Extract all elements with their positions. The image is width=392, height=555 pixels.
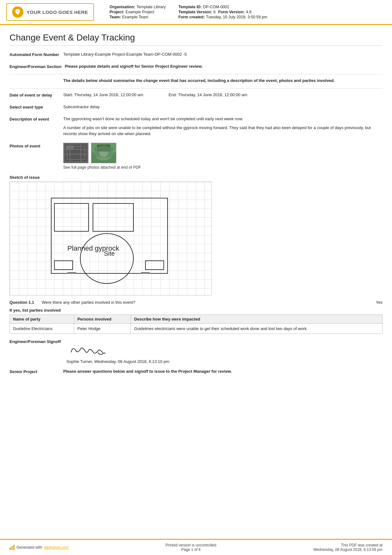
description-label: Description of event [9,116,63,137]
description-1: The gyprocking wasn't done as scheduled … [63,116,383,122]
signoff-label: Engineer/Foreman Signoff [9,339,63,345]
sketch-title: Sketch of issue [9,175,383,180]
sketch-room-left [54,203,89,232]
footer-center: Printed version is uncontrolled Page 1 o… [165,543,216,552]
footer: Generated with dashpivot.com Printed ver… [0,539,392,555]
table-header-name: Name of party [10,315,74,323]
parties-table: Name of party Persons involved Describe … [9,315,383,334]
meta-form-created-row: Form created: Tuesday, 10 July 2018, 3:5… [178,15,267,19]
meta-right: Template ID: DP-COM-0002 Template Versio… [178,5,267,19]
logo-icon [12,6,23,18]
meta-team-row: Team: Example Team [110,15,166,19]
footer-page-num: Page 1 of 4 [165,547,216,552]
signature-image [63,339,114,358]
svg-rect-7 [70,146,74,149]
page-wrapper: YOUR LOGO GOES HERE Organisation: Templa… [0,0,392,555]
date-row: Date of event or delay Start: Thursday, … [9,90,383,99]
question-num: Question 1.1 [9,300,38,305]
auto-form-number-row: Automated Form Number Template Library-E… [9,50,383,59]
party-impact: Guidelines electricians were unable to g… [131,323,383,334]
photos-area-wrapper: See full page photos attached at end of … [63,143,383,171]
senior-label: Senior Project [9,369,63,375]
party-name: Guideline Electricians [10,323,74,334]
parties-section-title: If yes, list parties involved [9,308,383,313]
senior-row: Senior Project Please answer questions b… [9,367,383,375]
description-row: Description of event The gyprocking wasn… [9,115,383,138]
date-start: Start: Thursday, 14 June 2018, 12:00:00 … [63,92,143,98]
signoff-name: Sophie Turner, Wednesday, 08 August 2018… [66,359,383,364]
meta-project-row: Project: Example Project [110,10,166,14]
party-persons: Peter Hodge [74,323,131,334]
question-answer: Yes [376,300,383,305]
svg-rect-6 [66,146,69,149]
project-label: Project: [110,10,125,14]
form-created-value: Tuesday, 10 July 2018, 3:50:59 pm [206,15,267,19]
divider-1 [9,74,383,74]
question-row: Question 1.1 Were there any other partie… [9,300,383,305]
sketch-rect-bottom-left [54,260,73,270]
template-version-label: Template Version: [178,10,212,14]
info-box: The details below should summarise the c… [63,78,383,84]
footer-right: This PDF was created at Wednesday, 08 Au… [313,543,383,552]
template-id-label: Template ID: [178,5,202,9]
sketch-canvas: Planned gyprock Site [9,182,212,296]
photo-thumb-2 [91,143,116,163]
table-row: Guideline Electricians Peter Hodge Guide… [10,323,383,334]
photos-note: See full page photos attached at end of … [63,165,383,171]
meta-version-row: Template Version: 6 Form Version: 4.8 [178,10,267,14]
signoff-row: Engineer/Foreman Signoff Sophie Turner, … [9,339,383,364]
signoff-area: Sophie Turner, Wednesday, 08 August 2018… [63,339,383,364]
sketch-site-label: Site [104,250,115,257]
date-values: Start: Thursday, 14 June 2018, 12:00:00 … [63,92,383,98]
template-id-value: DP-COM-0002 [203,5,229,9]
svg-rect-1 [65,145,87,161]
logo-text: YOUR LOGO GOES HERE [27,9,88,15]
date-label: Date of event or delay [9,92,63,98]
footer-left: Generated with dashpivot.com [9,545,69,550]
sketch-circle [80,233,134,284]
description-values: The gyprocking wasn't done as scheduled … [63,116,383,137]
meta-left: Organisation: Template Library Project: … [110,5,166,19]
date-row-inner: Start: Thursday, 14 June 2018, 12:00:00 … [63,92,383,98]
team-value: Example Team [122,15,148,19]
sketch-building: Planned gyprock Site [51,198,168,274]
footer-page-text: Printed version is uncontrolled [165,543,216,547]
photos-area [63,143,383,163]
photo-thumb-1 [63,143,89,163]
sketch-section: Sketch of issue Planned gyprock Site [9,175,383,296]
logo-area: YOUR LOGO GOES HERE [6,3,94,21]
sketch-inner: Planned gyprock Site [10,182,211,295]
auto-form-number-value: Template Library-Example Project-Example… [63,51,383,58]
header-meta: Organisation: Template Library Project: … [100,3,383,21]
org-label: Organisation: [110,5,135,9]
description-2: A number of jobs on site were unable to … [63,125,383,137]
footer-pdf-created-label: This PDF was created at [313,543,383,547]
team-label: Team: [110,15,121,19]
main-content: Change Event & Delay Tracking Automated … [0,25,392,539]
sketch-rect-bottom-right [145,260,164,270]
form-version-value: 4.8 [246,10,251,14]
footer-generated-text: Generated with [16,545,42,550]
form-title: Change Event & Delay Tracking [9,33,383,46]
project-value: Example Project [126,10,154,14]
dashpivot-icon [9,545,15,550]
form-version-label: Form Version: [218,10,245,14]
svg-rect-9 [91,153,116,163]
meta-org-row: Organisation: Template Library [110,5,166,9]
photos-label: Photos of event [9,143,63,171]
date-end: End: Thursday, 14 June 2018, 12:00:00 am [168,92,247,98]
template-version-value: 6 [213,10,216,14]
signature-svg [65,340,112,357]
senior-value: Please answer questions below and signof… [63,369,383,374]
meta-template-id-row: Template ID: DP-COM-0002 [178,5,267,9]
divider-2 [9,88,383,89]
form-created-label: Form created: [178,15,205,19]
svg-point-11 [99,148,108,157]
engineer-section-value: Please populate details and signoff for … [65,63,383,70]
door-right [141,272,150,273]
footer-pdf-created-value: Wednesday, 08 August 2018, 6:13:59 pm [313,547,383,552]
footer-link[interactable]: dashpivot.com [44,545,68,550]
question-text: Were there any other parties involved in… [42,300,372,305]
auto-form-number-label: Automated Form Number [9,51,63,58]
table-header-persons: Persons involved [74,315,131,323]
